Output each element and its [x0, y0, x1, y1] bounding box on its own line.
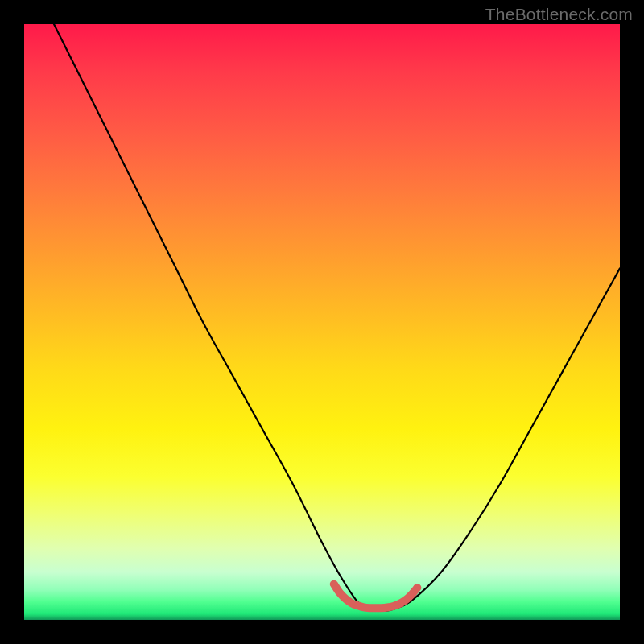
watermark-text: TheBottleneck.com [485, 5, 633, 24]
curve-svg [24, 24, 620, 620]
chart-container: TheBottleneck.com [0, 0, 644, 644]
optimal-marker-path [334, 584, 418, 609]
plot-area [24, 24, 620, 620]
bottleneck-curve-path [54, 24, 620, 611]
